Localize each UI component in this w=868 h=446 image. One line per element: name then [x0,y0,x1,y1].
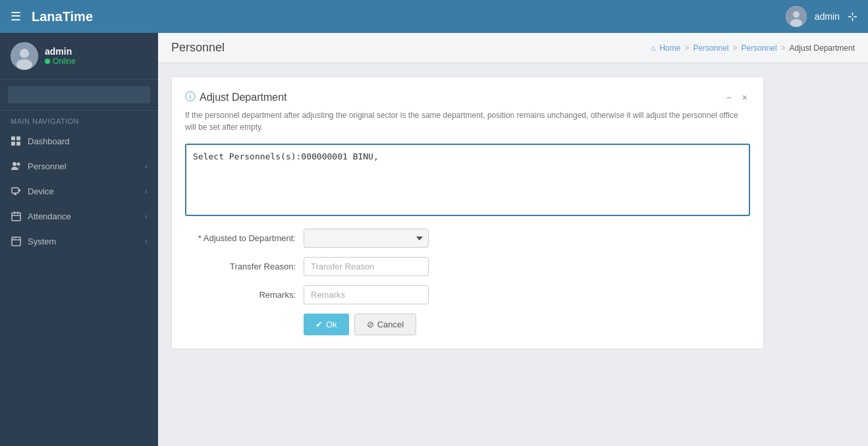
svg-rect-12 [12,188,18,193]
sidebar-item-system[interactable]: System ‹ [0,229,158,254]
admin-name-label: admin [815,11,840,22]
remarks-label: Remarks: [185,290,304,300]
ok-icon: ✔ [315,320,323,329]
svg-rect-6 [11,136,15,140]
breadcrumb-personnel-1[interactable]: Personnel [693,43,728,53]
svg-rect-13 [19,189,20,192]
dashboard-icon [11,136,21,146]
breadcrumb-sep-3: > [781,43,786,53]
close-button[interactable]: × [740,91,750,104]
panel-title-text: Adjust Department [200,92,287,103]
breadcrumb-sep-2: > [733,43,738,53]
remarks-row: Remarks: [185,285,750,304]
sidebar-search-input[interactable] [8,86,150,103]
breadcrumb-current: Adjust Department [790,43,855,53]
svg-point-22 [14,238,15,238]
minimize-button[interactable]: − [724,91,734,104]
cancel-button[interactable]: ⊘ Cancel [354,314,416,335]
svg-rect-9 [16,142,20,146]
sidebar-item-personnel[interactable]: Personnel ‹ [0,153,158,179]
sidebar-item-attendance-label: Attendance [28,211,71,221]
panel-description: If the personnel department after adjust… [185,109,750,133]
nav-section-label: MAIN NAVIGATION [0,111,158,128]
personnel-icon [11,161,21,171]
svg-point-5 [16,59,32,70]
svg-rect-14 [14,194,16,195]
sidebar-item-personnel-label: Personnel [28,161,67,171]
brand-logo: LanaTime [32,9,93,24]
sidebar-item-device-label: Device [28,186,54,196]
breadcrumb-sep-1: > [684,43,689,53]
cancel-icon: ⊘ [367,320,374,329]
sidebar-item-dashboard[interactable]: Dashboard [0,128,158,153]
svg-rect-8 [11,142,15,146]
ok-label: Ok [326,320,337,329]
user-avatar [11,42,38,70]
department-row: * Adjusted to Department: [185,229,750,248]
sidebar-item-device[interactable]: Device ‹ [0,179,158,204]
personnel-chevron-icon: ‹ [145,162,148,170]
ok-button[interactable]: ✔ Ok [304,314,349,335]
content-area: Personnel ⌂ Home > Personnel > Personnel… [158,33,868,446]
top-navbar: ☰ LanaTime admin ⊹ [0,0,868,33]
panel-controls: − × [724,91,750,104]
sidebar-search-bar[interactable] [0,80,158,111]
user-profile: admin Online [0,33,158,80]
cancel-label: Cancel [377,320,404,329]
share-icon[interactable]: ⊹ [848,9,857,24]
department-select[interactable] [304,229,429,248]
sidebar-item-system-label: System [28,237,56,246]
page-title: Personnel [171,41,225,55]
info-icon: ⓘ [185,90,196,104]
system-icon [11,236,21,246]
panel-title: ⓘ Adjust Department [185,90,287,104]
svg-point-21 [13,238,13,238]
svg-rect-15 [12,213,20,221]
admin-avatar [786,6,807,27]
device-icon [11,186,21,196]
personnel-textarea[interactable]: Select Personnels(s):000000001 BINU, [185,144,750,216]
home-icon: ⌂ [651,43,655,53]
svg-point-10 [13,162,16,166]
breadcrumb-personnel-2[interactable]: Personnel [742,43,777,53]
transfer-reason-label: Transfer Reason: [185,262,304,271]
transfer-reason-input[interactable] [304,257,429,276]
svg-point-2 [790,19,802,27]
breadcrumb: ⌂ Home > Personnel > Personnel > Adjust … [651,43,855,53]
system-chevron-icon: ‹ [145,237,148,245]
svg-rect-7 [16,136,20,140]
content-body: ⓘ Adjust Department − × If the personnel… [158,63,868,446]
department-label: * Adjusted to Department: [185,233,304,243]
svg-point-11 [16,162,20,165]
sidebar-status: Online [45,57,76,66]
content-header: Personnel ⌂ Home > Personnel > Personnel… [158,33,868,63]
status-dot [45,59,50,64]
attendance-icon [11,211,21,221]
breadcrumb-home[interactable]: Home [659,43,680,53]
sidebar-username: admin [45,46,76,57]
panel-header: ⓘ Adjust Department − × [185,90,750,104]
remarks-input[interactable] [304,285,429,304]
sidebar: admin Online MAIN NAVIGATION [0,33,158,446]
adjust-department-panel: ⓘ Adjust Department − × If the personnel… [171,76,764,349]
svg-point-1 [793,11,800,18]
device-chevron-icon: ‹ [145,187,148,195]
hamburger-icon[interactable]: ☰ [11,9,21,24]
svg-point-4 [20,49,29,58]
sidebar-item-dashboard-label: Dashboard [28,136,70,146]
sidebar-item-attendance[interactable]: Attendance ‹ [0,204,158,229]
form-actions: ✔ Ok ⊘ Cancel [304,314,750,335]
attendance-chevron-icon: ‹ [145,212,148,220]
transfer-reason-row: Transfer Reason: [185,257,750,276]
